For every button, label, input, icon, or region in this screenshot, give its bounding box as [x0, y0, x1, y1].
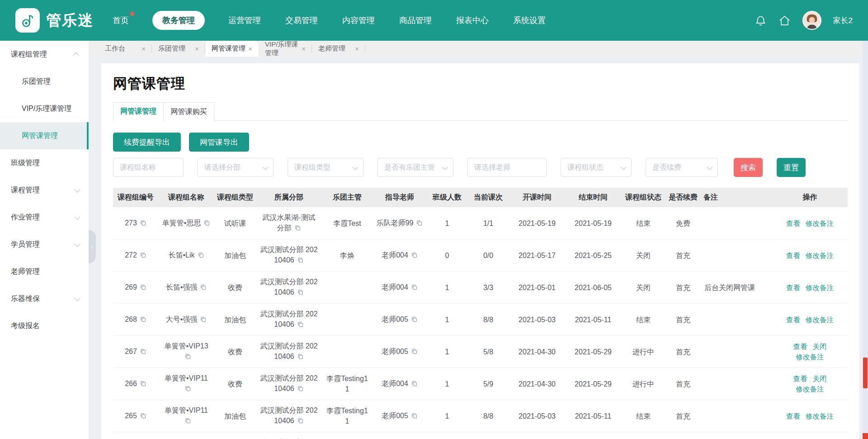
sidebar-item-1[interactable]: 课程组管理 [0, 41, 89, 68]
search-button[interactable]: 搜索 [734, 158, 763, 177]
export-button-1[interactable]: 续费提醒导出 [113, 133, 181, 152]
copy-icon[interactable] [184, 384, 191, 395]
horizontal-scrollbar-thumb[interactable] [863, 433, 868, 439]
copy-icon[interactable] [416, 219, 423, 229]
action-link[interactable]: 查看 [786, 252, 800, 259]
copy-icon[interactable] [297, 384, 304, 395]
copy-icon[interactable] [297, 288, 304, 298]
filter-input-5[interactable] [467, 158, 547, 177]
sidebar-item-10[interactable]: 乐器维保 [0, 285, 89, 312]
action-link[interactable]: 查看 [786, 284, 800, 291]
copy-icon[interactable] [140, 283, 146, 293]
tab-close-icon[interactable]: × [302, 45, 306, 52]
sidebar-item-7[interactable]: 作业管理 [0, 204, 89, 231]
vertical-scrollbar-thumb[interactable] [863, 358, 868, 388]
cell-session: 0/0 [467, 248, 509, 262]
action-link[interactable]: 修改备注 [806, 412, 834, 420]
page-tab-2[interactable]: 网管课购买 [164, 102, 214, 121]
action-link[interactable]: 查看 [786, 316, 800, 324]
workspace-tab-3[interactable]: 网管课管理× [205, 41, 259, 57]
action-link[interactable]: 查看 [786, 220, 800, 227]
tab-close-icon[interactable]: × [142, 45, 146, 52]
export-button-2[interactable]: 网管课导出 [189, 133, 249, 152]
action-link[interactable]: 关闭 [813, 343, 827, 350]
copy-icon[interactable] [294, 224, 301, 234]
copy-icon[interactable] [411, 315, 418, 325]
filter-select-4[interactable]: 是否有乐团主管 [377, 158, 453, 177]
action-link[interactable]: 查看 [793, 343, 807, 350]
copy-icon[interactable] [297, 320, 304, 330]
sidebar-item-4[interactable]: 网管课管理 [0, 122, 89, 149]
filter-input-1[interactable] [113, 158, 184, 177]
workspace-tab-2[interactable]: 乐团管理× [152, 41, 205, 57]
action-link[interactable]: 修改备注 [796, 353, 824, 361]
cell-remark [701, 221, 778, 225]
action-link[interactable]: 修改备注 [806, 316, 834, 324]
copy-icon[interactable] [140, 219, 146, 229]
sidebar-item-6[interactable]: 课程管理 [0, 177, 89, 204]
copy-icon[interactable] [411, 347, 418, 358]
username[interactable]: 家长2 [833, 15, 853, 26]
topnav-item-6[interactable]: 商品管理 [398, 11, 433, 30]
filter-select-6[interactable]: 课程组状态 [561, 158, 632, 177]
sidebar-item-3[interactable]: VIP/乐理课管理 [0, 95, 89, 122]
filter-input-field[interactable] [474, 163, 540, 172]
topnav-item-4[interactable]: 交易管理 [284, 11, 319, 30]
home-icon[interactable] [778, 14, 791, 27]
action-link[interactable]: 修改备注 [796, 385, 824, 393]
sidebar-collapse-handle[interactable]: ‹ [89, 230, 96, 263]
workspace-tab-4[interactable]: VIP/乐理课管理× [259, 41, 312, 57]
workspace-tab-5[interactable]: 老师管理× [312, 41, 365, 57]
bell-icon[interactable] [755, 14, 767, 27]
copy-icon[interactable] [140, 379, 146, 390]
avatar[interactable] [802, 11, 821, 30]
tab-close-icon[interactable]: × [355, 45, 359, 52]
copy-icon[interactable] [184, 416, 191, 427]
copy-icon[interactable] [200, 283, 207, 293]
filter-select-3[interactable]: 课程组类型 [288, 158, 363, 177]
copy-icon[interactable] [297, 256, 304, 266]
copy-icon[interactable] [140, 411, 146, 422]
sidebar-item-5[interactable]: 班级管理 [0, 149, 89, 177]
reset-button[interactable]: 重置 [777, 158, 806, 177]
action-link[interactable]: 关闭 [813, 375, 827, 382]
copy-icon[interactable] [140, 315, 146, 325]
action-link[interactable]: 查看 [786, 412, 800, 420]
action-link[interactable]: 修改备注 [806, 252, 834, 259]
topnav-item-2[interactable]: 教务管理 [152, 11, 205, 30]
copy-icon[interactable] [184, 352, 191, 363]
workspace-tab-1[interactable]: 工作台× [99, 41, 152, 57]
copy-icon[interactable] [411, 411, 418, 422]
action-link[interactable]: 修改备注 [806, 220, 834, 227]
filter-select-7[interactable]: 是否续费 [646, 158, 718, 177]
copy-icon[interactable] [411, 283, 418, 293]
topnav-item-3[interactable]: 运营管理 [227, 11, 262, 30]
copy-icon[interactable] [411, 379, 418, 390]
topnav-item-5[interactable]: 内容管理 [341, 11, 376, 30]
sidebar-item-11[interactable]: 考级报名 [0, 312, 89, 339]
tab-close-icon[interactable]: × [195, 45, 199, 52]
copy-icon[interactable] [140, 251, 146, 261]
cell-manager: 李焕 [322, 248, 373, 262]
action-link[interactable]: 修改备注 [806, 284, 834, 291]
copy-icon[interactable] [297, 352, 304, 363]
copy-icon[interactable] [200, 315, 207, 325]
topnav-item-7[interactable]: 报表中心 [455, 11, 490, 30]
cell-text: 关闭 [636, 252, 651, 259]
topnav-item-1[interactable]: 首页 [112, 11, 130, 30]
sidebar-item-9[interactable]: 老师管理 [0, 258, 89, 285]
topnav-item-8[interactable]: 系统设置 [512, 11, 547, 30]
copy-icon[interactable] [140, 347, 146, 358]
page-tab-1[interactable]: 网管课管理 [113, 102, 164, 121]
tab-close-icon[interactable]: × [248, 45, 252, 52]
sidebar-item-2[interactable]: 乐团管理 [0, 68, 89, 95]
copy-icon[interactable] [203, 219, 210, 229]
filter-input-field[interactable] [120, 163, 177, 172]
sidebar-item-8[interactable]: 学员管理 [0, 231, 89, 258]
cell-start: 2021-05-19 [509, 216, 565, 230]
copy-icon[interactable] [297, 416, 304, 427]
action-link[interactable]: 查看 [793, 375, 807, 382]
copy-icon[interactable] [198, 251, 204, 261]
copy-icon[interactable] [411, 251, 418, 261]
filter-select-2[interactable]: 请选择分部 [198, 158, 274, 177]
